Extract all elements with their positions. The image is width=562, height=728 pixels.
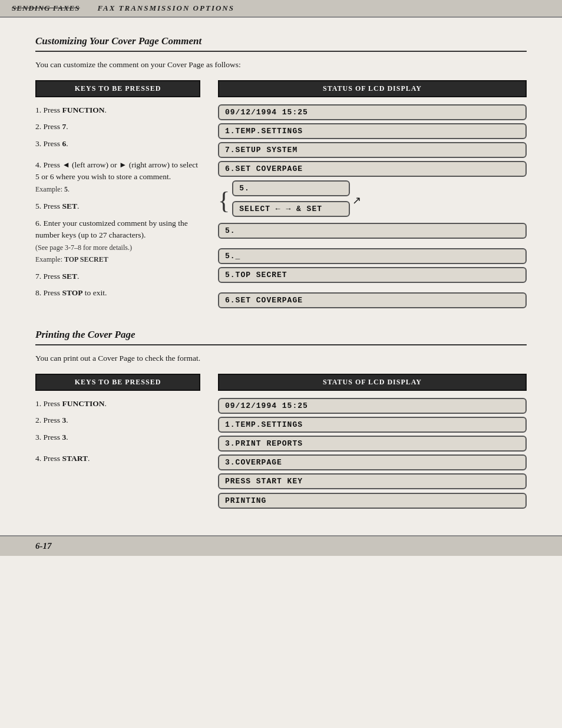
section2-status-header: STATUS OF LCD DISPLAY (218, 374, 527, 391)
step-4: 4. Press ◄ (left arrow) or ► (right arro… (35, 159, 200, 195)
section1: Customizing Your Cover Page Comment You … (35, 35, 527, 311)
step-8-key: STOP (62, 288, 82, 297)
lcd-set-coverpage-1: 6.SET COVERPAGE (218, 161, 527, 177)
header-bar: SENDING FAXES FAX TRANSMISSION OPTIONS (0, 0, 562, 18)
section2-title: Printing the Cover Page (35, 329, 527, 341)
step-4-note: Example: 5. (35, 184, 200, 195)
section2-steps-list: 1. Press FUNCTION. 2. Press 3. 3. Press … (35, 398, 200, 465)
s2-step-2-key: 3 (62, 416, 66, 424)
lcd-brace-group: { 5. SELECT ← → & SET ↗ (218, 180, 527, 220)
section2-keys-header: KEYS TO BE PRESSED (35, 374, 200, 391)
step-5: 5. Press SET. (35, 200, 200, 212)
section1-left-col: KEYS TO BE PRESSED 1. Press FUNCTION. 2.… (35, 80, 200, 304)
brace-lcd-stack: 5. SELECT ← → & SET (232, 180, 350, 220)
section2-right-col: STATUS OF LCD DISPLAY 09/12/1994 15:25 1… (218, 374, 527, 512)
section1-status-header: STATUS OF LCD DISPLAY (218, 80, 527, 97)
step-3: 3. Press 6. (35, 138, 200, 150)
section1-title: Customizing Your Cover Page Comment (35, 35, 527, 47)
lcd-5-after-brace: 5. (218, 223, 527, 239)
step-5-key: SET (62, 202, 77, 210)
s2-lcd-printing: PRINTING (218, 493, 527, 509)
step-3-key: 6 (62, 139, 66, 148)
s2-step-1: 1. Press FUNCTION. (35, 398, 200, 410)
lcd-temp-settings: 1.TEMP.SETTINGS (218, 123, 527, 139)
step-8: 8. Press STOP to exit. (35, 287, 200, 299)
section1-right-col: STATUS OF LCD DISPLAY 09/12/1994 15:25 1… (218, 80, 527, 311)
s2-step-3: 3. Press 3. (35, 431, 200, 443)
section2: Printing the Cover Page You can print ou… (35, 329, 527, 512)
step-7: 7. Press SET. (35, 271, 200, 282)
section1-keys-header: KEYS TO BE PRESSED (35, 80, 200, 97)
lcd-5-underscore: 5._ (218, 248, 527, 264)
step-2-key: 7 (62, 122, 66, 131)
step-2: 2. Press 7. (35, 121, 200, 133)
footer-page-number: 6-17 (35, 541, 52, 551)
step-6: 6. Enter your customized comment by usin… (35, 218, 200, 265)
section2-divider (35, 344, 527, 345)
section1-intro: You can customize the comment on your Co… (35, 60, 527, 70)
lcd-select-arrows: SELECT ← → & SET (232, 201, 350, 217)
s2-lcd-coverpage: 3.COVERPAGE (218, 454, 527, 470)
lcd-group3: 5._ 5.TOP SECRET (218, 248, 527, 283)
step-1-key: FUNCTION (62, 106, 104, 114)
section1-divider (35, 51, 527, 52)
step-7-key: SET (62, 272, 77, 281)
s2-lcd-datetime: 09/12/1994 15:25 (218, 398, 527, 414)
s2-lcd-temp-settings: 1.TEMP.SETTINGS (218, 417, 527, 433)
s2-step-3-key: 3 (62, 433, 66, 442)
main-content: Customizing Your Cover Page Comment You … (0, 18, 562, 523)
step-6-note2: Example: TOP SECRET (35, 254, 200, 265)
s2-lcd-group2: PRINTING (218, 493, 527, 509)
lcd-group4: 6.SET COVERPAGE (218, 292, 527, 308)
step-1: 1. Press FUNCTION. (35, 104, 200, 116)
section2-left-col: KEYS TO BE PRESSED 1. Press FUNCTION. 2.… (35, 374, 200, 469)
lcd-datetime: 09/12/1994 15:25 (218, 104, 527, 120)
section1-steps-list: 1. Press FUNCTION. 2. Press 7. 3. Press … (35, 104, 200, 299)
arrow-right-icon: ↗ (352, 194, 361, 207)
s2-step-2: 2. Press 3. (35, 414, 200, 426)
section2-intro: You can print out a Cover Page to check … (35, 354, 527, 363)
lcd-set-coverpage-2: 6.SET COVERPAGE (218, 292, 527, 308)
lcd-top-secret: 5.TOP SECRET (218, 267, 527, 283)
section1-columns: KEYS TO BE PRESSED 1. Press FUNCTION. 2.… (35, 80, 527, 311)
header-left: SENDING FAXES (12, 4, 80, 13)
lcd-5-blank: 5. (232, 180, 350, 196)
lcd-setup-system: 7.SETUP SYSTEM (218, 142, 527, 158)
s2-lcd-print-reports: 3.PRINT REPORTS (218, 436, 527, 452)
footer-bar: 6-17 (0, 535, 562, 556)
s2-step-1-key: FUNCTION (62, 399, 104, 408)
section2-columns: KEYS TO BE PRESSED 1. Press FUNCTION. 2.… (35, 374, 527, 512)
s2-step-4-key: START (62, 454, 88, 463)
header-right: FAX TRANSMISSION OPTIONS (97, 4, 234, 13)
brace-icon: { (218, 188, 230, 213)
s2-step-4: 4. Press START. (35, 453, 200, 465)
page-container: SENDING FAXES FAX TRANSMISSION OPTIONS C… (0, 0, 562, 728)
s2-lcd-press-start: PRESS START KEY (218, 473, 527, 489)
step-6-note1: (See page 3-7–8 for more details.) (35, 242, 200, 253)
